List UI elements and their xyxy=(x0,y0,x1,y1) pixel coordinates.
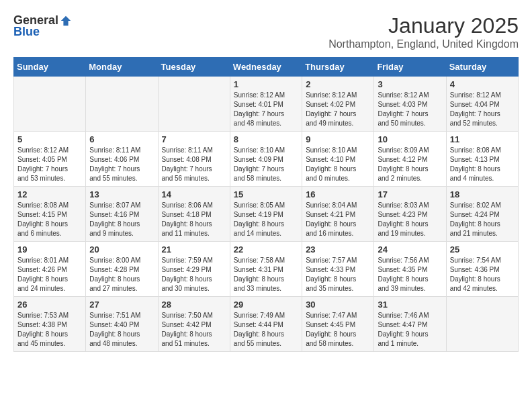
calendar-week-row-0: 1Sunrise: 8:12 AM Sunset: 4:01 PM Daylig… xyxy=(14,77,519,132)
calendar-cell: 20Sunrise: 8:00 AM Sunset: 4:28 PM Dayli… xyxy=(86,242,158,297)
calendar-subtitle: Northampton, England, United Kingdom xyxy=(328,38,519,50)
header: General Blue January 2025 Northampton, E… xyxy=(13,13,519,50)
day-info: Sunrise: 7:54 AM Sunset: 4:36 PM Dayligh… xyxy=(450,256,515,293)
calendar-cell: 9Sunrise: 8:10 AM Sunset: 4:10 PM Daylig… xyxy=(302,132,374,187)
calendar-cell: 18Sunrise: 8:02 AM Sunset: 4:24 PM Dayli… xyxy=(446,187,518,242)
svg-marker-0 xyxy=(61,15,71,25)
calendar-cell: 31Sunrise: 7:46 AM Sunset: 4:47 PM Dayli… xyxy=(374,297,446,352)
calendar-cell: 11Sunrise: 8:08 AM Sunset: 4:13 PM Dayli… xyxy=(446,132,518,187)
day-number: 26 xyxy=(17,300,82,310)
calendar-cell xyxy=(14,77,86,132)
day-number: 31 xyxy=(378,300,442,310)
title-area: January 2025 Northampton, England, Unite… xyxy=(328,13,519,50)
calendar-cell: 28Sunrise: 7:50 AM Sunset: 4:42 PM Dayli… xyxy=(158,297,230,352)
day-info: Sunrise: 7:56 AM Sunset: 4:35 PM Dayligh… xyxy=(378,256,442,293)
calendar-cell: 29Sunrise: 7:49 AM Sunset: 4:44 PM Dayli… xyxy=(230,297,302,352)
day-number: 25 xyxy=(450,244,515,255)
calendar-cell: 24Sunrise: 7:56 AM Sunset: 4:35 PM Dayli… xyxy=(374,242,446,297)
calendar-cell: 2Sunrise: 8:12 AM Sunset: 4:02 PM Daylig… xyxy=(302,77,374,132)
day-number: 18 xyxy=(450,189,515,199)
calendar-cell: 27Sunrise: 7:51 AM Sunset: 4:40 PM Dayli… xyxy=(86,297,158,352)
day-number: 29 xyxy=(234,300,298,310)
page-container: General Blue January 2025 Northampton, E… xyxy=(13,13,519,352)
day-info: Sunrise: 7:59 AM Sunset: 4:29 PM Dayligh… xyxy=(162,256,226,293)
day-info: Sunrise: 8:12 AM Sunset: 4:02 PM Dayligh… xyxy=(306,91,370,128)
header-tuesday: Tuesday xyxy=(158,58,230,77)
day-number: 1 xyxy=(234,79,298,89)
day-number: 11 xyxy=(450,134,515,144)
day-number: 4 xyxy=(450,79,515,89)
day-info: Sunrise: 8:08 AM Sunset: 4:13 PM Dayligh… xyxy=(450,146,515,183)
day-info: Sunrise: 8:04 AM Sunset: 4:21 PM Dayligh… xyxy=(306,201,370,238)
calendar-cell: 1Sunrise: 8:12 AM Sunset: 4:01 PM Daylig… xyxy=(230,77,302,132)
day-info: Sunrise: 8:00 AM Sunset: 4:28 PM Dayligh… xyxy=(89,256,154,293)
day-number: 17 xyxy=(378,189,442,199)
day-info: Sunrise: 8:12 AM Sunset: 4:05 PM Dayligh… xyxy=(17,146,82,183)
calendar-cell: 25Sunrise: 7:54 AM Sunset: 4:36 PM Dayli… xyxy=(446,242,518,297)
day-info: Sunrise: 8:06 AM Sunset: 4:18 PM Dayligh… xyxy=(162,201,226,238)
day-info: Sunrise: 8:07 AM Sunset: 4:16 PM Dayligh… xyxy=(89,201,154,238)
calendar-cell: 14Sunrise: 8:06 AM Sunset: 4:18 PM Dayli… xyxy=(158,187,230,242)
calendar-title: January 2025 xyxy=(328,13,519,38)
day-info: Sunrise: 8:11 AM Sunset: 4:06 PM Dayligh… xyxy=(89,146,154,183)
calendar-cell: 23Sunrise: 7:57 AM Sunset: 4:33 PM Dayli… xyxy=(302,242,374,297)
day-info: Sunrise: 7:58 AM Sunset: 4:31 PM Dayligh… xyxy=(234,256,298,293)
calendar-week-row-1: 5Sunrise: 8:12 AM Sunset: 4:05 PM Daylig… xyxy=(14,132,519,187)
calendar-cell: 5Sunrise: 8:12 AM Sunset: 4:05 PM Daylig… xyxy=(14,132,86,187)
day-info: Sunrise: 7:53 AM Sunset: 4:38 PM Dayligh… xyxy=(17,311,82,349)
day-info: Sunrise: 8:08 AM Sunset: 4:15 PM Dayligh… xyxy=(17,201,82,238)
header-wednesday: Wednesday xyxy=(230,58,302,77)
day-number: 23 xyxy=(306,244,370,255)
day-info: Sunrise: 8:09 AM Sunset: 4:12 PM Dayligh… xyxy=(378,146,442,183)
day-number: 5 xyxy=(17,134,82,144)
header-saturday: Saturday xyxy=(446,58,518,77)
day-info: Sunrise: 8:05 AM Sunset: 4:19 PM Dayligh… xyxy=(234,201,298,238)
day-number: 19 xyxy=(17,244,82,255)
day-number: 7 xyxy=(162,134,226,144)
logo: General Blue xyxy=(13,13,73,39)
day-number: 15 xyxy=(234,189,298,199)
day-number: 28 xyxy=(162,300,226,310)
calendar-cell: 3Sunrise: 8:12 AM Sunset: 4:03 PM Daylig… xyxy=(374,77,446,132)
day-number: 24 xyxy=(378,244,442,255)
logo-icon xyxy=(60,15,72,27)
day-info: Sunrise: 7:49 AM Sunset: 4:44 PM Dayligh… xyxy=(234,311,298,349)
calendar-cell: 7Sunrise: 8:11 AM Sunset: 4:08 PM Daylig… xyxy=(158,132,230,187)
day-number: 2 xyxy=(306,79,370,89)
day-info: Sunrise: 8:11 AM Sunset: 4:08 PM Dayligh… xyxy=(162,146,226,183)
day-number: 16 xyxy=(306,189,370,199)
calendar-cell xyxy=(446,297,518,352)
calendar-cell: 10Sunrise: 8:09 AM Sunset: 4:12 PM Dayli… xyxy=(374,132,446,187)
day-info: Sunrise: 8:12 AM Sunset: 4:04 PM Dayligh… xyxy=(450,91,515,128)
day-number: 9 xyxy=(306,134,370,144)
day-info: Sunrise: 8:10 AM Sunset: 4:10 PM Dayligh… xyxy=(306,146,370,183)
header-friday: Friday xyxy=(374,58,446,77)
header-sunday: Sunday xyxy=(14,58,86,77)
calendar-week-row-2: 12Sunrise: 8:08 AM Sunset: 4:15 PM Dayli… xyxy=(14,187,519,242)
logo-blue-text: Blue xyxy=(13,25,40,39)
day-info: Sunrise: 8:03 AM Sunset: 4:23 PM Dayligh… xyxy=(378,201,442,238)
day-number: 10 xyxy=(378,134,442,144)
calendar-cell: 21Sunrise: 7:59 AM Sunset: 4:29 PM Dayli… xyxy=(158,242,230,297)
calendar-table: Sunday Monday Tuesday Wednesday Thursday… xyxy=(13,57,519,352)
calendar-week-row-3: 19Sunrise: 8:01 AM Sunset: 4:26 PM Dayli… xyxy=(14,242,519,297)
calendar-cell: 15Sunrise: 8:05 AM Sunset: 4:19 PM Dayli… xyxy=(230,187,302,242)
day-info: Sunrise: 8:12 AM Sunset: 4:01 PM Dayligh… xyxy=(234,91,298,128)
day-info: Sunrise: 8:01 AM Sunset: 4:26 PM Dayligh… xyxy=(17,256,82,293)
day-number: 20 xyxy=(89,244,154,255)
calendar-cell: 6Sunrise: 8:11 AM Sunset: 4:06 PM Daylig… xyxy=(86,132,158,187)
day-number: 30 xyxy=(306,300,370,310)
day-info: Sunrise: 8:12 AM Sunset: 4:03 PM Dayligh… xyxy=(378,91,442,128)
calendar-cell: 16Sunrise: 8:04 AM Sunset: 4:21 PM Dayli… xyxy=(302,187,374,242)
day-info: Sunrise: 7:46 AM Sunset: 4:47 PM Dayligh… xyxy=(378,311,442,349)
calendar-cell: 8Sunrise: 8:10 AM Sunset: 4:09 PM Daylig… xyxy=(230,132,302,187)
calendar-cell xyxy=(158,77,230,132)
day-number: 27 xyxy=(89,300,154,310)
day-number: 3 xyxy=(378,79,442,89)
day-number: 8 xyxy=(234,134,298,144)
calendar-cell: 17Sunrise: 8:03 AM Sunset: 4:23 PM Dayli… xyxy=(374,187,446,242)
calendar-cell xyxy=(86,77,158,132)
day-number: 6 xyxy=(89,134,154,144)
calendar-cell: 19Sunrise: 8:01 AM Sunset: 4:26 PM Dayli… xyxy=(14,242,86,297)
header-thursday: Thursday xyxy=(302,58,374,77)
